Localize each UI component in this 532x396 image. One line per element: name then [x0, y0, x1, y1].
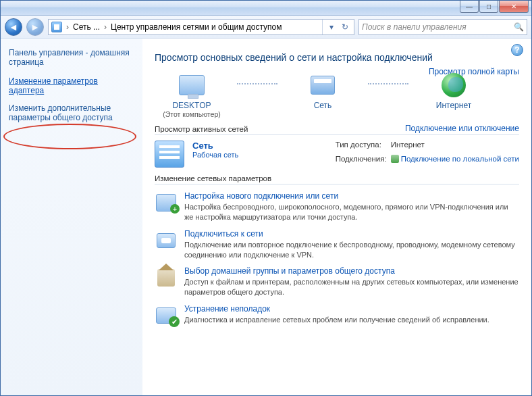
map-connector [237, 83, 277, 97]
breadcrumb-segment-center[interactable]: Центр управления сетями и общим доступом [111, 22, 282, 32]
map-connector [368, 83, 408, 97]
troubleshoot-icon [156, 307, 176, 324]
network-name: Сеть [192, 141, 238, 151]
homegroup-link[interactable]: Выбор домашней группы и параметров общег… [184, 266, 519, 276]
close-button[interactable]: ✕ [499, 1, 529, 13]
refresh-button[interactable]: ↻ [339, 21, 351, 33]
access-type-label: Тип доступа: [336, 141, 387, 153]
internet-label: Интернет [417, 101, 491, 110]
change-sharing-settings-link[interactable]: Изменить дополнительные параметры общего… [9, 103, 134, 122]
navbar: ◄ ► › Сеть ... › Центр управления сетями… [1, 16, 531, 39]
main-panel: ? Просмотр основных сведений о сети и на… [142, 39, 531, 395]
view-full-map-link[interactable]: Просмотр полной карты [429, 67, 519, 76]
server-icon [155, 141, 184, 168]
access-type-value: Интернет [391, 141, 519, 153]
control-panel-home-link[interactable]: Панель управления - домашняя страница [9, 48, 134, 67]
connect-desc: Подключение или повторное подключение к … [184, 240, 519, 260]
breadcrumb-sep: › [103, 22, 108, 32]
new-connection-icon [156, 194, 176, 212]
forward-button[interactable]: ► [26, 18, 44, 36]
active-network-row: Сеть Рабочая сеть Тип доступа: Интернет … [155, 141, 519, 168]
connections-label: Подключения: [336, 155, 387, 168]
network-properties: Тип доступа: Интернет Подключения: Подкл… [336, 141, 519, 168]
connect-link[interactable]: Подключиться к сети [184, 229, 519, 239]
desktop-sublabel: (Этот компьютер) [155, 110, 229, 118]
breadcrumb-dropdown[interactable]: ▾ [325, 21, 338, 33]
window-frame: — □ ✕ ◄ ► › Сеть ... › Центр управления … [0, 0, 532, 396]
network-map: DESKTOP (Этот компьютер) Сеть Интернет [155, 71, 519, 118]
new-connection-link[interactable]: Настройка нового подключения или сети [184, 191, 519, 201]
help-icon[interactable]: ? [511, 44, 523, 56]
nic-icon [391, 155, 399, 163]
router-icon [311, 76, 335, 95]
map-node-internet: Интернет [417, 71, 491, 110]
maximize-button[interactable]: □ [479, 1, 498, 13]
active-networks-heading: Просмотр активных сетей Подключение или … [155, 125, 519, 135]
titlebar[interactable]: — □ ✕ [1, 1, 531, 16]
map-node-network: Сеть [286, 71, 360, 110]
homegroup-icon [157, 269, 175, 287]
map-node-desktop: DESKTOP (Этот компьютер) [155, 71, 229, 118]
task-troubleshoot: Устранение неполадок Диагностика и испра… [155, 304, 519, 327]
sidebar: Панель управления - домашняя страница Из… [1, 39, 142, 395]
network-label: Сеть [286, 101, 360, 110]
minimize-button[interactable]: — [460, 1, 479, 13]
network-type-link[interactable]: Рабочая сеть [192, 151, 238, 159]
desktop-icon [179, 75, 205, 95]
annotation-oval [3, 124, 136, 149]
change-settings-heading: Изменение сетевых параметров [155, 174, 519, 184]
new-connection-desc: Настройка беспроводного, широкополосного… [184, 202, 519, 222]
task-new-connection: Настройка нового подключения или сети На… [155, 191, 519, 222]
connect-icon [157, 233, 176, 248]
troubleshoot-link[interactable]: Устранение неполадок [184, 304, 489, 314]
breadcrumb-segment-network[interactable]: Сеть ... [73, 22, 100, 32]
lan-connection-link[interactable]: Подключение по локальной сети [401, 155, 519, 163]
search-input[interactable]: Поиск в панели управления 🔍 [358, 19, 527, 35]
connect-disconnect-link[interactable]: Подключение или отключение [405, 124, 519, 133]
breadcrumb-sep: › [65, 22, 70, 32]
breadcrumb[interactable]: › Сеть ... › Центр управления сетями и о… [48, 19, 354, 35]
change-adapter-settings-link[interactable]: Изменение параметров адаптера [9, 76, 134, 95]
network-icon [51, 22, 62, 32]
task-homegroup: Выбор домашней группы и параметров общег… [155, 266, 519, 297]
task-connect: Подключиться к сети Подключение или повт… [155, 229, 519, 260]
desktop-name: DESKTOP [155, 101, 229, 110]
globe-icon [442, 73, 466, 97]
page-title: Просмотр основных сведений о сети и наст… [155, 52, 519, 63]
back-button[interactable]: ◄ [5, 18, 22, 36]
search-icon: 🔍 [513, 22, 524, 32]
search-placeholder: Поиск в панели управления [362, 22, 467, 32]
troubleshoot-desc: Диагностика и исправление сетевых пробле… [184, 315, 489, 325]
homegroup-desc: Доступ к файлам и принтерам, расположенн… [184, 277, 519, 297]
